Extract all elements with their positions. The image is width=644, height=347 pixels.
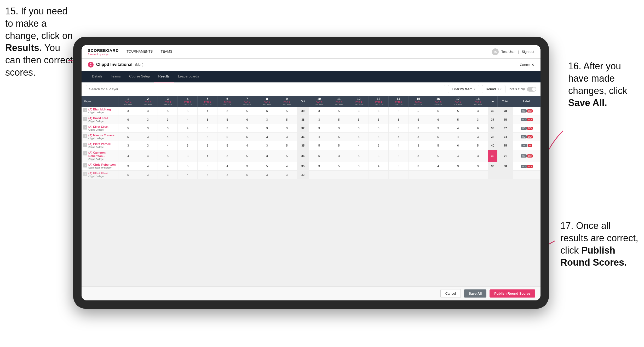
sign-out-link[interactable]: Sign out xyxy=(522,50,534,54)
player-name[interactable]: (A) Blair McHarg xyxy=(88,108,111,111)
score-12[interactable]: 5 xyxy=(349,150,369,162)
score-17[interactable]: 4 xyxy=(448,132,468,141)
score-15[interactable]: 3 xyxy=(408,162,428,171)
score-7[interactable]: 3 xyxy=(237,162,257,171)
score-1[interactable]: 4 xyxy=(118,150,138,162)
score-17[interactable]: 6 xyxy=(448,141,468,150)
score-14[interactable]: 3 xyxy=(389,150,409,162)
score-9[interactable]: 4 xyxy=(277,162,297,171)
cancel-button[interactable]: Cancel xyxy=(440,289,461,298)
sub-nav-leaderboards[interactable]: Leaderboards xyxy=(174,71,203,82)
score-18[interactable]: 6 xyxy=(468,124,488,132)
sub-nav-details[interactable]: Details xyxy=(88,71,107,82)
score-5[interactable]: 3 xyxy=(198,141,217,150)
score-6[interactable]: 5 xyxy=(217,115,237,124)
score-7[interactable]: 5 xyxy=(237,171,257,179)
score-11[interactable]: 5 xyxy=(329,115,349,124)
score-10[interactable]: 5 xyxy=(309,141,329,150)
score-6[interactable]: 3 xyxy=(217,107,237,115)
sub-nav-teams[interactable]: Teams xyxy=(107,71,125,82)
score-13[interactable]: 5 xyxy=(369,132,389,141)
score-14[interactable]: 3 xyxy=(389,115,409,124)
score-1[interactable]: 5 xyxy=(118,171,138,179)
score-5[interactable]: 3 xyxy=(198,171,217,179)
score-3[interactable]: 3 xyxy=(158,124,178,132)
score-10[interactable]: 3 xyxy=(309,107,329,115)
player-name[interactable]: (A) David Ford xyxy=(88,116,108,120)
score-5[interactable]: 3 xyxy=(198,115,217,124)
score-14[interactable]: 5 xyxy=(389,162,409,171)
player-name[interactable]: (A) Marcus Turners xyxy=(88,134,114,137)
score-8[interactable]: 3 xyxy=(257,115,277,124)
score-8[interactable]: 3 xyxy=(257,150,277,162)
score-12[interactable]: 4 xyxy=(349,141,369,150)
score-5[interactable]: 4 xyxy=(198,107,217,115)
score-13[interactable]: 5 xyxy=(369,115,389,124)
score-13[interactable]: 3 xyxy=(369,141,389,150)
score-15[interactable]: 3 xyxy=(408,132,428,141)
score-5[interactable]: 3 xyxy=(198,132,217,141)
score-1[interactable]: 3 xyxy=(118,162,138,171)
sub-nav-course-setup[interactable]: Course Setup xyxy=(125,71,154,82)
score-8[interactable]: 6 xyxy=(257,107,277,115)
score-16[interactable]: 5 xyxy=(428,132,448,141)
score-2[interactable]: 3 xyxy=(138,141,158,150)
score-3[interactable]: 5 xyxy=(158,150,178,162)
score-3[interactable]: 3 xyxy=(158,171,178,179)
score-2[interactable]: 3 xyxy=(138,132,158,141)
score-10[interactable]: 3 xyxy=(309,115,329,124)
player-name[interactable]: (A) Cameron Robertson... xyxy=(88,151,117,158)
score-1[interactable]: 3 xyxy=(118,107,138,115)
score-3[interactable]: 4 xyxy=(158,141,178,150)
score-4[interactable]: 4 xyxy=(178,124,198,132)
score-2[interactable]: 3 xyxy=(138,124,158,132)
score-9[interactable]: 5 xyxy=(277,150,297,162)
score-15[interactable]: 5 xyxy=(408,107,428,115)
score-17[interactable]: 5 xyxy=(448,107,468,115)
player-name[interactable]: (A) Elliot Ebert xyxy=(88,172,108,175)
score-5[interactable]: 3 xyxy=(198,124,217,132)
score-7[interactable]: 5 xyxy=(237,107,257,115)
round-dropdown[interactable]: Round 3 ▾ xyxy=(482,85,505,93)
score-6[interactable]: 5 xyxy=(217,132,237,141)
score-5[interactable]: 3 xyxy=(198,162,217,171)
score-15[interactable]: 3 xyxy=(408,141,428,150)
score-18[interactable]: 3 xyxy=(468,150,488,162)
score-7[interactable]: 5 xyxy=(237,132,257,141)
score-17[interactable]: 3 xyxy=(448,162,468,171)
score-13[interactable]: 6 xyxy=(369,107,389,115)
score-18[interactable]: 5 xyxy=(468,141,488,150)
score-8[interactable]: 5 xyxy=(257,162,277,171)
score-6[interactable]: 3 xyxy=(217,150,237,162)
score-16[interactable]: 6 xyxy=(428,115,448,124)
table-scroll[interactable]: Player 1PAR 4370 YDS 2PAR 5511 YDS 3PAR … xyxy=(82,96,540,286)
score-1[interactable]: 5 xyxy=(118,132,138,141)
score-10[interactable]: 6 xyxy=(309,150,329,162)
score-18[interactable]: 3 xyxy=(468,107,488,115)
score-2[interactable]: 3 xyxy=(138,115,158,124)
score-9[interactable]: 5 xyxy=(277,107,297,115)
score-3[interactable]: 4 xyxy=(158,132,178,141)
score-9[interactable]: 3 xyxy=(277,124,297,132)
score-9[interactable]: 3 xyxy=(277,171,297,179)
score-16[interactable]: 6 xyxy=(428,107,448,115)
score-4[interactable]: 5 xyxy=(178,162,198,171)
totals-toggle-switch[interactable] xyxy=(527,87,536,92)
score-11[interactable]: 3 xyxy=(329,150,349,162)
score-6[interactable]: 3 xyxy=(217,171,237,179)
score-6[interactable]: 5 xyxy=(217,141,237,150)
score-11[interactable]: 5 xyxy=(329,141,349,150)
score-11[interactable]: 5 xyxy=(329,132,349,141)
score-18[interactable]: 3 xyxy=(468,115,488,124)
score-7[interactable]: 4 xyxy=(237,141,257,150)
score-8[interactable]: 3 xyxy=(257,141,277,150)
score-13[interactable]: 3 xyxy=(369,150,389,162)
score-11[interactable]: 5 xyxy=(329,162,349,171)
score-11[interactable]: 3 xyxy=(329,124,349,132)
score-15[interactable]: 3 xyxy=(408,124,428,132)
score-17[interactable]: 5 xyxy=(448,115,468,124)
score-16[interactable]: 5 xyxy=(428,150,448,162)
score-13[interactable]: 3 xyxy=(369,124,389,132)
score-9[interactable]: 5 xyxy=(277,141,297,150)
score-12[interactable]: 3 xyxy=(349,124,369,132)
